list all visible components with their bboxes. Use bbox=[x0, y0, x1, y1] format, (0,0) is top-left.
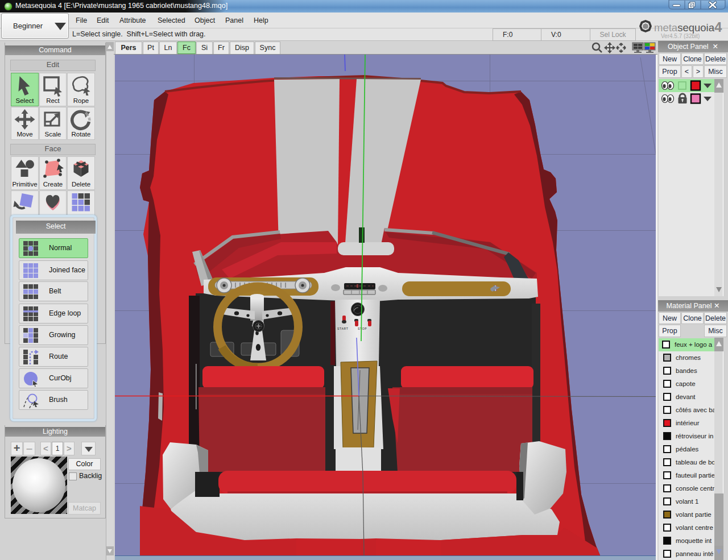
svg-text:STOP: STOP bbox=[358, 327, 367, 330]
svg-text:START: START bbox=[337, 327, 348, 330]
svg-text:metasequoia4: metasequoia4 bbox=[654, 19, 722, 35]
svg-text:Ver4.5.7 (32bit): Ver4.5.7 (32bit) bbox=[661, 33, 700, 39]
